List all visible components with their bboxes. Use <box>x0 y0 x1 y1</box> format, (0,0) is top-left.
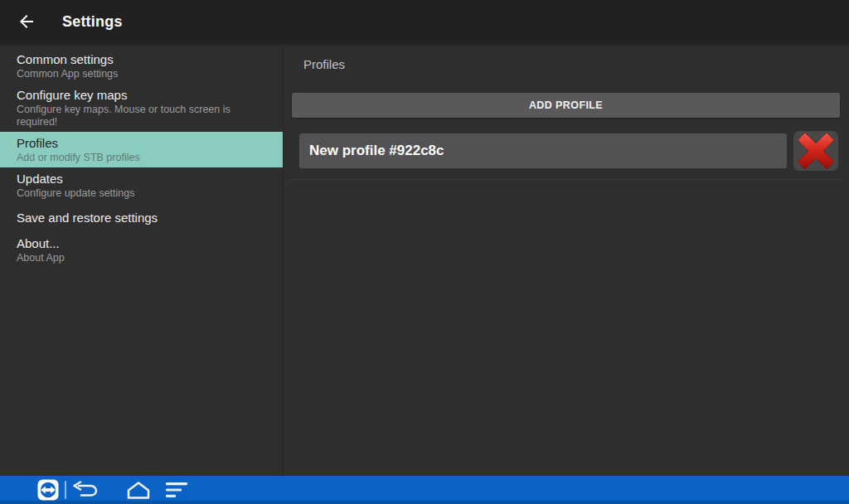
sidebar-item-subtitle: Configure update settings <box>17 187 269 200</box>
sidebar-item-title: Updates <box>17 171 269 187</box>
sidebar-item-common-settings[interactable]: Common settings Common App settings <box>0 48 283 84</box>
sidebar-item-title: About... <box>17 235 269 251</box>
sidebar-item-title: Common settings <box>17 51 269 67</box>
nav-home-button[interactable] <box>124 480 153 500</box>
red-x-icon <box>793 130 839 172</box>
home-icon <box>124 480 153 500</box>
list-divider <box>290 179 842 180</box>
sidebar-item-subtitle: About App <box>17 252 269 264</box>
sidebar-item-title: Configure key maps <box>17 87 269 103</box>
sidebar-item-updates[interactable]: Updates Configure update settings <box>0 167 283 203</box>
add-profile-button[interactable]: ADD PROFILE <box>292 93 840 118</box>
teamviewer-icon <box>37 479 59 501</box>
recents-icon <box>166 482 188 498</box>
top-app-bar: Settings <box>0 0 849 43</box>
back-icon <box>70 481 100 499</box>
sidebar-item-subtitle: Add or modify STB profiles <box>17 152 269 164</box>
sidebar-item-configure-key-maps[interactable]: Configure key maps Configure key maps. M… <box>0 84 283 132</box>
android-nav-bar <box>0 476 849 504</box>
section-header: Profiles <box>303 57 345 71</box>
profile-name-field[interactable]: New profile #922c8c <box>299 133 787 168</box>
settings-sidebar: Common settings Common App settings Conf… <box>0 43 283 476</box>
sidebar-item-title: Save and restore settings <box>17 210 269 225</box>
page-title: Settings <box>62 13 123 31</box>
delete-profile-button[interactable] <box>793 130 839 172</box>
sidebar-item-save-restore[interactable]: Save and restore settings <box>0 203 283 232</box>
sidebar-item-profiles[interactable]: Profiles Add or modify STB profiles <box>0 132 283 167</box>
sidebar-item-about[interactable]: About... About App <box>0 232 283 268</box>
content-area: Common settings Common App settings Conf… <box>0 43 849 476</box>
nav-recents-button[interactable] <box>166 482 188 498</box>
nav-back-button[interactable] <box>70 481 100 499</box>
sidebar-item-title: Profiles <box>17 135 269 151</box>
profile-row: New profile #922c8c <box>299 129 839 172</box>
sidebar-item-subtitle: Configure key maps. Mouse or touch scree… <box>17 104 269 128</box>
sidebar-item-subtitle: Common App settings <box>17 68 269 80</box>
nav-bar-divider <box>65 481 66 499</box>
teamviewer-button[interactable] <box>37 479 59 501</box>
profiles-panel: Profiles ADD PROFILE New profile #922c8c <box>284 43 849 476</box>
back-button[interactable] <box>8 0 45 43</box>
arrow-left-icon <box>17 12 36 32</box>
